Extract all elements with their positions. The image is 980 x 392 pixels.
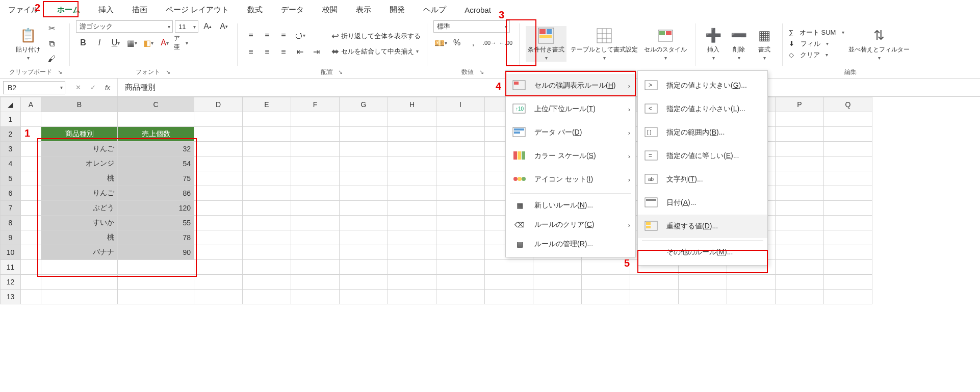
format-as-table-button[interactable]: テーブルとして書式設定 ▾ xyxy=(569,26,640,62)
menu-color-scales[interactable]: カラー スケール(S) › xyxy=(506,144,635,168)
alignment-launcher[interactable]: ↘ xyxy=(337,68,344,75)
clear-button[interactable]: ◇ クリア ▾ xyxy=(789,50,844,60)
paste-button[interactable]: 📋 貼り付け ▾ xyxy=(14,26,42,62)
row-header[interactable]: 2 xyxy=(1,127,21,142)
tab-draw[interactable]: 描画 xyxy=(130,3,149,18)
col-header-E[interactable]: E xyxy=(243,97,291,112)
submenu-more-rules[interactable]: その他のルール(M)... xyxy=(638,243,767,262)
cell[interactable]: 78 xyxy=(118,230,194,245)
name-box[interactable]: B2 ▾ xyxy=(3,81,65,94)
clipboard-launcher[interactable]: ↘ xyxy=(56,68,63,75)
tab-formulas[interactable]: 数式 xyxy=(245,3,265,18)
cell[interactable]: りんご xyxy=(41,142,118,156)
cell[interactable]: 120 xyxy=(118,201,194,216)
row-header[interactable]: 12 xyxy=(1,275,21,290)
menu-highlight-rules[interactable]: セルの強調表示ルール(H) › xyxy=(506,74,635,97)
col-header-D[interactable]: D xyxy=(194,97,243,112)
cell[interactable]: 桃 xyxy=(41,171,118,186)
indent-decrease-button[interactable]: ⇤ xyxy=(293,46,307,58)
submenu-less-than[interactable]: <指定の値より小さい(L)... xyxy=(638,97,767,121)
indent-increase-button[interactable]: ⇥ xyxy=(309,46,323,58)
insert-function-button[interactable]: fx xyxy=(105,84,110,91)
select-all-corner[interactable]: ◢ xyxy=(1,97,21,112)
row-header[interactable]: 1 xyxy=(1,112,21,127)
fill-color-button[interactable]: ◧ ▾ xyxy=(141,37,156,49)
row-header[interactable]: 4 xyxy=(1,156,21,171)
underline-button[interactable]: U ▾ xyxy=(109,37,123,49)
border-button[interactable]: ▦ ▾ xyxy=(125,37,139,49)
insert-cells-button[interactable]: ➕挿入▾ xyxy=(702,26,725,62)
font-size-select[interactable]: 11 xyxy=(175,20,198,33)
tab-developer[interactable]: 開発 xyxy=(388,3,407,18)
merge-center-button[interactable]: ⬌ セルを結合して中央揃え ▾ xyxy=(331,46,421,57)
cell[interactable]: 54 xyxy=(118,156,194,171)
copy-button[interactable]: ⧉ xyxy=(44,38,59,50)
conditional-format-button[interactable]: 条件付き書式 ▾ xyxy=(526,26,566,62)
row-header[interactable]: 11 xyxy=(1,260,21,275)
col-header-B[interactable]: B xyxy=(41,97,118,112)
tab-data[interactable]: データ xyxy=(279,3,306,18)
row-header[interactable]: 9 xyxy=(1,230,21,245)
decrease-font-button[interactable]: A▾ xyxy=(217,20,231,33)
menu-icon-sets[interactable]: アイコン セット(I) › xyxy=(506,168,635,191)
submenu-equal-to[interactable]: =指定の値に等しい(E)... xyxy=(638,144,767,168)
align-left-button[interactable]: ≡ xyxy=(244,46,258,58)
col-header-A[interactable]: A xyxy=(21,97,41,112)
currency-button[interactable]: 💴 ▾ xyxy=(433,37,448,49)
align-right-button[interactable]: ≡ xyxy=(276,46,291,58)
row-header[interactable]: 8 xyxy=(1,216,21,230)
menu-clear-rules[interactable]: ⌫ ルールのクリア(C) › xyxy=(506,215,635,234)
cell[interactable]: バナナ xyxy=(41,245,118,260)
submenu-duplicate-values[interactable]: 重複する値(D)... xyxy=(638,215,767,238)
cell[interactable]: 75 xyxy=(118,171,194,186)
menu-manage-rules[interactable]: ▤ ルールの管理(R)... xyxy=(506,234,635,254)
cell[interactable]: 86 xyxy=(118,186,194,201)
font-name-select[interactable]: 游ゴシック xyxy=(76,20,173,33)
percent-button[interactable]: % xyxy=(450,37,464,49)
phonetic-button[interactable]: ア亜 ▾ xyxy=(174,37,188,49)
col-header-H[interactable]: H xyxy=(388,97,436,112)
delete-cells-button[interactable]: ➖削除▾ xyxy=(727,26,751,62)
align-bottom-button[interactable]: ≡ xyxy=(276,30,291,42)
tab-layout[interactable]: ページ レイアウト xyxy=(164,3,231,18)
orientation-button[interactable]: ⭯ ▾ xyxy=(293,30,307,42)
font-color-button[interactable]: A ▾ xyxy=(158,37,172,49)
align-middle-button[interactable]: ≡ xyxy=(260,30,274,42)
sort-filter-button[interactable]: ⇅ 並べ替えとフィルター ▾ xyxy=(846,26,912,62)
tab-acrobat[interactable]: Acrobat xyxy=(462,4,493,17)
cell[interactable]: 桃 xyxy=(41,230,118,245)
cell[interactable]: 商品種別 xyxy=(41,127,118,142)
submenu-date-occurring[interactable]: 日付(A)... xyxy=(638,191,767,215)
decrease-decimal-button[interactable]: ←.00 xyxy=(499,37,513,49)
italic-button[interactable]: I xyxy=(92,37,107,49)
row-header[interactable]: 3 xyxy=(1,142,21,156)
cell[interactable]: 55 xyxy=(118,216,194,230)
menu-new-rule[interactable]: ▦ 新しいルール(N)... xyxy=(506,196,635,215)
tab-insert[interactable]: 挿入 xyxy=(96,3,116,18)
align-top-button[interactable]: ≡ xyxy=(244,30,258,42)
row-header[interactable]: 6 xyxy=(1,186,21,201)
wrap-text-button[interactable]: ↩ 折り返して全体を表示する xyxy=(331,31,421,42)
menu-data-bars[interactable]: データ バー(D) › xyxy=(506,121,635,144)
cut-button[interactable]: ✂ xyxy=(44,22,59,35)
col-header-F[interactable]: F xyxy=(291,97,340,112)
tab-help[interactable]: ヘルプ xyxy=(421,3,448,18)
row-header[interactable]: 5 xyxy=(1,171,21,186)
cell[interactable]: すいか xyxy=(41,216,118,230)
increase-font-button[interactable]: A▴ xyxy=(200,20,215,33)
col-header-P[interactable]: P xyxy=(776,97,824,112)
align-center-button[interactable]: ≡ xyxy=(260,46,274,58)
cell[interactable]: 売上個数 xyxy=(118,127,194,142)
bold-button[interactable]: B xyxy=(76,37,90,49)
cancel-formula-button[interactable]: ✕ xyxy=(75,84,81,91)
fill-button[interactable]: ⬇ フィル ▾ xyxy=(789,39,844,48)
row-header[interactable]: 13 xyxy=(1,290,21,304)
submenu-greater-than[interactable]: >指定の値より大きい(G)... xyxy=(638,74,767,97)
number-launcher[interactable]: ↘ xyxy=(478,68,485,75)
tab-file[interactable]: ファイル xyxy=(6,3,41,18)
increase-decimal-button[interactable]: .00→ xyxy=(482,37,497,49)
cell[interactable]: オレンジ xyxy=(41,156,118,171)
cell-styles-button[interactable]: セルのスタイル ▾ xyxy=(642,26,689,62)
autosum-button[interactable]: ∑ オート SUM ▾ xyxy=(789,28,844,37)
col-header-G[interactable]: G xyxy=(340,97,388,112)
